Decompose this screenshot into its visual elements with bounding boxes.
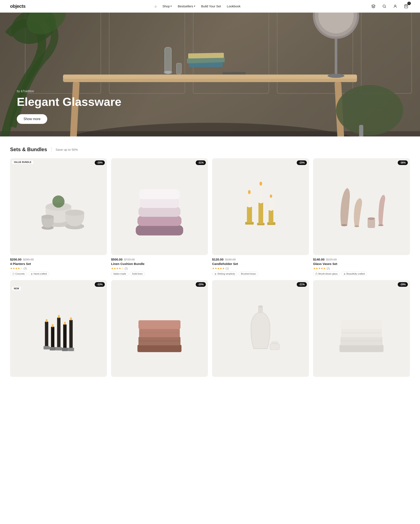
cube-icon [371, 4, 376, 9]
svg-point-60 [270, 194, 272, 198]
navbar: objects ⌂ Shop ▾ Bestsellers ▾ Build You… [0, 0, 420, 13]
price-current: $200.00 [10, 258, 21, 261]
svg-rect-23 [176, 63, 181, 74]
nav-shop[interactable]: Shop ▾ [162, 4, 172, 8]
svg-rect-44 [136, 225, 183, 235]
discount-badge: -20% [196, 282, 206, 287]
product-card[interactable]: -31% $500.00 $720.00 Linen Cushion Bund [111, 158, 208, 276]
svg-point-89 [258, 306, 263, 307]
hero-content: by &Tradition Elegant Glassware Show mor… [0, 81, 138, 136]
product-image [227, 295, 294, 362]
discount-badge: -36% [398, 160, 408, 165]
product-card[interactable]: -33% NEW [10, 280, 107, 379]
show-more-button[interactable]: Show more [17, 114, 47, 124]
svg-rect-53 [259, 203, 263, 224]
value-bundle-badge: VALUE BUNDLE [12, 160, 33, 164]
tag-icon [315, 273, 317, 275]
tag: Beautifully crafted [341, 272, 367, 276]
new-badge: NEW [12, 287, 21, 290]
product-card[interactable]: -29% [313, 280, 410, 379]
review-count: (2) [327, 267, 330, 270]
svg-rect-67 [45, 322, 48, 347]
discount-badge: -25% [297, 160, 307, 165]
svg-rect-54 [259, 185, 262, 203]
product-card[interactable]: -25% [212, 158, 309, 276]
svg-rect-85 [138, 320, 180, 329]
product-card[interactable]: -36% [313, 158, 410, 276]
tag: Striking simplicity [212, 272, 237, 276]
svg-rect-33 [359, 125, 363, 136]
svg-point-58 [248, 190, 251, 194]
svg-rect-63 [368, 218, 375, 228]
product-tags: Italian-made Solid linen [111, 272, 208, 276]
stars: ★★★★★ [212, 267, 225, 270]
svg-point-78 [52, 324, 54, 328]
nav-bestsellers[interactable]: Bestsellers ▾ [178, 4, 195, 8]
svg-rect-68 [51, 327, 54, 348]
price-original: $220.00 [326, 258, 337, 261]
tag: Mouth-blown glass [313, 272, 340, 276]
product-image-wrap: -29% [313, 280, 410, 377]
svg-point-32 [336, 85, 403, 135]
svg-rect-35 [223, 72, 246, 75]
product-card[interactable]: -21% [212, 280, 309, 379]
product-tags: Mouth-blown glass Beautifully crafted [313, 272, 410, 276]
section-subtitle: Save up to 50% [56, 148, 78, 151]
product-price: $500.00 $720.00 [111, 258, 208, 261]
product-stars: ★★★★☆ (2) [111, 267, 208, 270]
tag-icon [12, 273, 15, 275]
svg-point-80 [64, 322, 66, 325]
price-original: $160.00 [225, 258, 236, 261]
svg-rect-45 [138, 216, 182, 226]
hero-section: by &Tradition Elegant Glassware Show mor… [0, 13, 420, 136]
cart-button[interactable]: 0 [402, 2, 410, 10]
svg-rect-50 [247, 207, 252, 223]
svg-rect-46 [138, 207, 180, 217]
product-image [126, 295, 193, 362]
svg-rect-95 [341, 320, 382, 329]
hero-title: Elegant Glassware [17, 95, 121, 108]
svg-rect-92 [340, 345, 384, 352]
nav-lookbook[interactable]: Lookbook [227, 4, 240, 8]
cube-button[interactable] [370, 2, 377, 10]
product-image-wrap: -20% [111, 280, 208, 377]
discount-badge: -31% [196, 160, 206, 165]
product-image [126, 173, 193, 241]
svg-point-61 [341, 224, 347, 226]
products-grid: -29% VALUE BUNDLE [10, 158, 410, 379]
user-icon [393, 4, 397, 9]
nav-home[interactable]: ⌂ [155, 4, 157, 8]
product-card[interactable]: -29% VALUE BUNDLE [10, 158, 107, 276]
product-price: $200.00 $280.00 [10, 258, 107, 261]
svg-rect-22 [165, 47, 171, 73]
product-price: $120.00 $160.00 [212, 258, 309, 261]
tag: Brushed brass [239, 272, 258, 276]
product-name: Linen Cushion Bundle [111, 262, 208, 266]
stars: ★★★★☆ [10, 267, 23, 270]
svg-point-38 [52, 195, 64, 208]
search-button[interactable] [381, 2, 388, 10]
user-button[interactable] [391, 2, 399, 10]
home-icon: ⌂ [155, 4, 157, 8]
svg-point-77 [45, 319, 48, 322]
chevron-down-icon: ▾ [171, 5, 172, 8]
nav-build-your-set[interactable]: Build Your Set [201, 4, 221, 8]
svg-rect-82 [138, 345, 182, 352]
product-image-wrap: -33% NEW [10, 280, 107, 377]
product-tags: Concrete Hand-crafted [10, 272, 107, 276]
svg-rect-72 [44, 346, 50, 349]
chevron-down-icon: ▾ [194, 5, 195, 8]
tag-icon [214, 273, 217, 275]
product-image [328, 295, 395, 362]
svg-rect-47 [140, 198, 179, 208]
product-card[interactable]: -20% [111, 280, 208, 379]
stars: ★★★★☆ [111, 267, 124, 270]
svg-rect-70 [63, 324, 67, 349]
sets-bundles-section: Sets & Bundles Save up to 50% -29% VALUE… [0, 136, 420, 386]
svg-point-81 [70, 317, 72, 321]
svg-rect-91 [271, 341, 278, 344]
svg-point-62 [354, 226, 359, 227]
section-header: Sets & Bundles Save up to 50% [10, 147, 410, 152]
discount-badge: -33% [95, 282, 105, 287]
svg-rect-69 [57, 318, 61, 348]
